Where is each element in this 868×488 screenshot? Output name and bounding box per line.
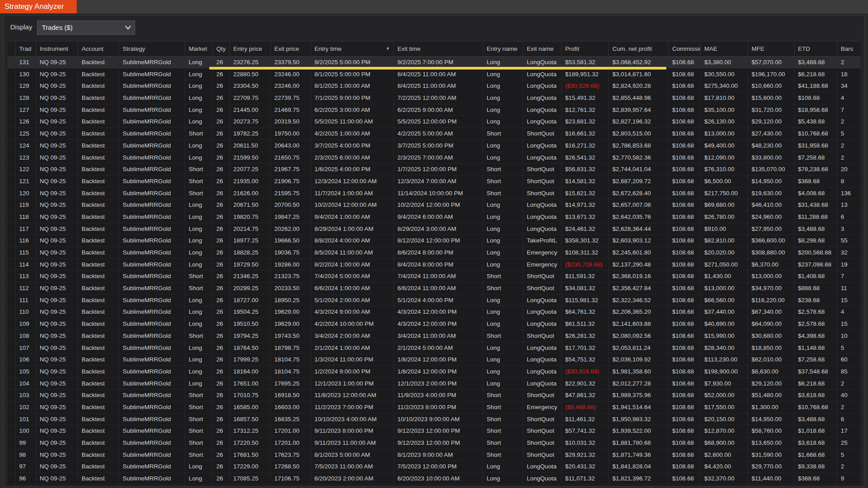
table-row[interactable]: 97NQ 09-25BacktestSublimeMRRGoldLong2617… [8,461,860,473]
cell-instrument: NQ 09-25 [36,318,78,330]
table-row[interactable]: 129NQ 09-25BacktestSublimeMRRGoldLong262… [8,80,860,92]
column-header-entry_name[interactable]: Entry name [483,41,523,56]
table-row[interactable]: 107NQ 09-25BacktestSublimeMRRGoldLong261… [8,342,860,354]
cell-market: Short [185,330,213,342]
table-row[interactable]: 102NQ 09-25BacktestSublimeMRRGoldShort26… [8,402,860,414]
table-row[interactable]: 105NQ 09-25BacktestSublimeMRRGoldLong261… [8,366,860,378]
display-select[interactable]: Trades ($) [37,21,135,35]
table-row[interactable]: 98NQ 09-25BacktestSublimeMRRGoldShort261… [8,449,860,461]
cell-exit_price: 20233.50 [271,283,311,294]
table-row[interactable]: 122NQ 09-25BacktestSublimeMRRGoldShort26… [8,164,860,176]
cell-bars: 19 [837,259,860,271]
column-header-exit_price[interactable]: Exit price [271,41,311,56]
table-row[interactable]: 103NQ 09-25BacktestSublimeMRRGoldShort26… [8,390,860,402]
table-row[interactable]: 96NQ 09-25BacktestSublimeMRRGoldLong2617… [8,473,860,485]
cell-bars: 2 [837,57,860,68]
table-row[interactable]: 130NQ 09-25BacktestSublimeMRRGoldLong262… [8,69,860,81]
cell-bars: 2 [837,140,860,152]
table-row[interactable]: 128NQ 09-25BacktestSublimeMRRGoldLong262… [8,92,860,104]
cell-entry_price: 20671.50 [230,199,271,211]
table-row[interactable]: 112NQ 09-25BacktestSublimeMRRGoldShort26… [8,283,860,295]
cell-market: Long [185,199,213,211]
cell-instrument: NQ 09-25 [36,235,78,246]
column-header-mfe[interactable]: MFE [748,41,794,56]
cell-exit_time: 9/2/2025 7:00:00 PM [394,57,483,68]
column-header-account[interactable]: Account [78,41,119,56]
column-header-commission[interactable]: Commissio [669,41,701,56]
table-row[interactable]: 110NQ 09-25BacktestSublimeMRRGoldLong261… [8,306,860,318]
column-header-market[interactable]: Market [185,41,213,56]
cell-exit_name: ShortQuot [523,164,562,175]
table-row[interactable]: 106NQ 09-25BacktestSublimeMRRGoldLong261… [8,354,860,366]
table-row[interactable]: 111NQ 09-25BacktestSublimeMRRGoldLong261… [8,295,860,307]
table-row[interactable]: 117NQ 09-25BacktestSublimeMRRGoldLong262… [8,223,860,235]
column-header-exit_time[interactable]: Exit time [394,41,483,56]
table-row[interactable]: 119NQ 09-25BacktestSublimeMRRGoldLong262… [8,199,860,211]
table-row[interactable]: 121NQ 09-25BacktestSublimeMRRGoldShort26… [8,176,860,188]
display-toolbar: Display Trades ($) [4,16,864,41]
cell-bars: 34 [837,80,860,92]
cell-account: Backtest [78,461,119,472]
cell-qty: 26 [213,57,230,68]
table-row[interactable]: 104NQ 09-25BacktestSublimeMRRGoldLong261… [8,378,860,390]
table-row[interactable]: 123NQ 09-25BacktestSublimeMRRGoldLong262… [8,152,860,164]
table-row[interactable]: 108NQ 09-25BacktestSublimeMRRGoldShort26… [8,330,860,342]
table-row[interactable]: 125NQ 09-25BacktestSublimeMRRGoldShort26… [8,128,860,140]
column-header-exit_name[interactable]: Exit name [523,41,562,56]
table-row[interactable]: 115NQ 09-25BacktestSublimeMRRGoldLong261… [8,247,860,259]
cell-entry_name: Long [483,211,523,223]
tab-strategy-analyzer[interactable]: Strategy Analyzer [0,0,77,13]
column-header-bars[interactable]: Bars [837,41,860,56]
column-header-etd[interactable]: ETD [794,41,837,56]
column-header-strategy[interactable]: Strategy [119,41,185,56]
cell-entry_name: Long [483,318,523,330]
cell-trade: 123 [16,152,36,164]
column-header-trade[interactable]: Trad [16,41,36,56]
cell-account: Backtest [78,188,119,199]
table-row[interactable]: 101NQ 09-25BacktestSublimeMRRGoldShort26… [8,414,860,426]
cell-strategy: SublimeMRRGold [119,235,185,246]
cell-bars: 15 [837,295,860,306]
table-row[interactable]: 116NQ 09-25BacktestSublimeMRRGoldLong261… [8,235,860,247]
cell-mfe: $308,880.00 [748,247,794,258]
column-header-entry_time[interactable]: Entry time▼ [311,41,394,56]
table-row[interactable]: 99NQ 09-25BacktestSublimeMRRGoldShort261… [8,437,860,449]
row-margin-cell [8,116,16,127]
cell-entry_price: 17999.25 [230,354,271,365]
cell-exit_price: 20643.00 [271,140,311,152]
table-row[interactable]: 100NQ 09-25BacktestSublimeMRRGoldShort26… [8,425,860,437]
column-header-entry_price[interactable]: Entry price [230,41,271,56]
table-row[interactable]: 113NQ 09-25BacktestSublimeMRRGoldShort26… [8,271,860,283]
cell-instrument: NQ 09-25 [36,104,78,116]
cell-entry_price: 17651.00 [230,378,271,390]
cell-bars: 10 [837,330,860,342]
table-row[interactable]: 126NQ 09-25BacktestSublimeMRRGoldLong262… [8,116,860,128]
cell-entry_time: 11/7/2024 1:00:00 AM [311,188,394,199]
cell-trade: 107 [16,342,36,354]
cell-entry_name: Long [483,223,523,235]
cell-trade: 109 [16,318,36,330]
cell-exit_time: 8/4/2025 11:00:00 AM [394,69,483,80]
row-margin-cell [8,235,16,246]
column-header-instrument[interactable]: Instrument [36,41,78,56]
cell-exit_name: LongQuota [523,223,562,235]
cell-exit_time: 5/5/2025 12:00:00 PM [394,116,483,127]
cell-mfe: $116,220.00 [748,295,794,306]
cell-instrument: NQ 09-25 [36,354,78,365]
cell-exit_price: 18104.75 [271,354,311,365]
column-header-mae[interactable]: MAE [701,41,748,56]
cell-bars: 136 [837,188,860,199]
cell-strategy: SublimeMRRGold [119,116,185,127]
cell-qty: 26 [213,140,230,152]
table-row[interactable]: 127NQ 09-25BacktestSublimeMRRGoldLong262… [8,104,860,116]
table-row[interactable]: 114NQ 09-25BacktestSublimeMRRGoldLong261… [8,259,860,271]
table-row[interactable]: 124NQ 09-25BacktestSublimeMRRGoldLong262… [8,140,860,152]
table-row[interactable]: 109NQ 09-25BacktestSublimeMRRGoldLong261… [8,318,860,330]
table-row[interactable]: 118NQ 09-25BacktestSublimeMRRGoldLong261… [8,211,860,223]
table-row[interactable]: 120NQ 09-25BacktestSublimeMRRGoldShort26… [8,188,860,200]
column-header-cum_net_profit[interactable]: Cum. net profit [609,41,669,56]
cell-bars: 2 [837,461,860,472]
cell-etd: $3,488.68 [794,414,837,425]
column-header-profit[interactable]: Profit [562,41,609,56]
column-header-qty[interactable]: Qty [213,41,230,56]
